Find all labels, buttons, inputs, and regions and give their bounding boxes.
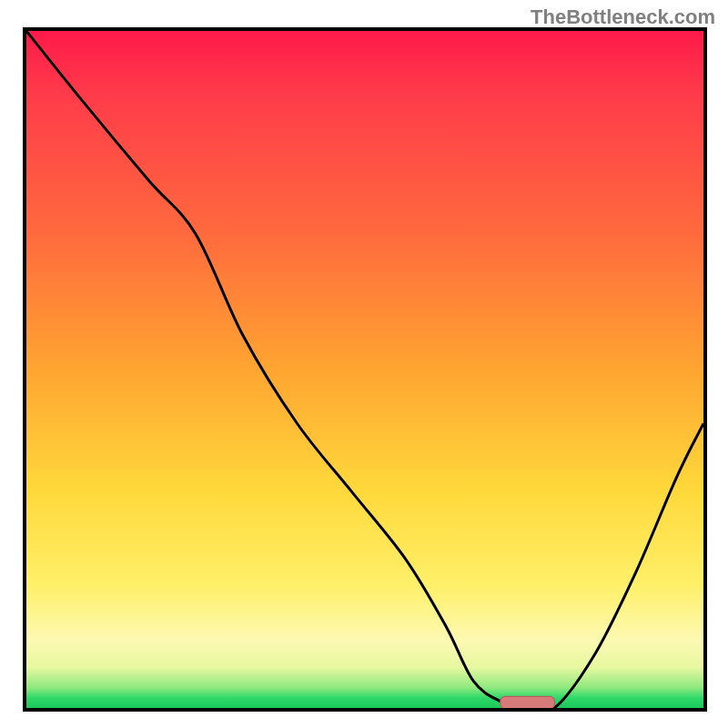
- target-marker: [500, 696, 555, 708]
- chart-plot-area: [23, 27, 707, 712]
- chart-marker-layer: [26, 31, 703, 708]
- watermark-text: TheBottleneck.com: [531, 5, 715, 29]
